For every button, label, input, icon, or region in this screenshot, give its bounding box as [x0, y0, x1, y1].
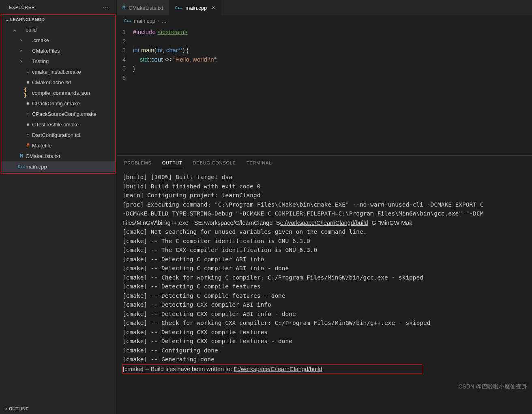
editor-tabs: MCMakeLists.txtC++main.cpp× [117, 0, 532, 15]
line-number: 4 [117, 55, 133, 64]
chevron-icon: › [18, 48, 24, 53]
tree-item[interactable]: { }compile_commands.json [1, 87, 115, 98]
editor-blank[interactable] [117, 82, 532, 155]
tree-item[interactable]: ≡cmake_install.cmake [1, 66, 115, 77]
line-number: 3 [117, 46, 133, 55]
tree-label: CTestTestfile.cmake [32, 122, 79, 128]
file-icon: C++ [17, 164, 26, 169]
code-editor[interactable]: 1#include <iostream> 2 3int main(int, ch… [117, 26, 532, 82]
tree-item[interactable]: MCMakeLists.txt [1, 151, 115, 161]
file-icon: ≡ [24, 111, 32, 117]
panel-tabs: PROBLEMSOUTPUTDEBUG CONSOLETERMINAL [117, 156, 532, 170]
explorer-header: EXPLORER ··· [0, 0, 116, 14]
panel-tab[interactable]: DEBUG CONSOLE [193, 158, 236, 168]
tree-item[interactable]: ≡CTestTestfile.cmake [1, 119, 115, 130]
file-icon: M [17, 153, 26, 159]
chevron-down-icon: ⌄ [4, 17, 10, 22]
tree-label: Makefile [32, 143, 51, 149]
file-icon: ≡ [24, 100, 32, 107]
line-number: 5 [117, 64, 133, 73]
outline-label: OUTLINE [9, 406, 28, 411]
file-icon: M [24, 143, 32, 148]
bottom-panel: PROBLEMSOUTPUTDEBUG CONSOLETERMINAL [bui… [117, 155, 532, 414]
output-area[interactable]: [build] [100%] Built target dsa [build] … [117, 170, 532, 414]
tree-label: CMakeLists.txt [26, 153, 60, 159]
file-icon: ≡ [24, 122, 32, 128]
file-icon: ≡ [24, 69, 32, 75]
outline-section[interactable]: › OUTLINE [0, 403, 116, 414]
file-icon: C++ [175, 6, 182, 10]
breadcrumb[interactable]: C++ main.cpp › ... [117, 15, 532, 26]
tree-item[interactable]: ›CMakeFiles [1, 45, 115, 56]
tree-label: Testing [32, 58, 49, 64]
editor-tab[interactable]: C++main.cpp× [169, 0, 221, 15]
chevron-icon: › [18, 58, 24, 64]
panel-tab[interactable]: TERMINAL [247, 158, 272, 168]
file-icon: ≡ [24, 79, 32, 85]
tree-label: CMakeFiles [32, 48, 60, 54]
tree-label: DartConfiguration.tcl [32, 132, 80, 138]
tree-item[interactable]: MMakefile [1, 140, 115, 151]
tree-label: CPackConfig.cmake [32, 100, 80, 107]
tree-label: compile_commands.json [32, 90, 90, 96]
chevron-right-icon: › [3, 406, 9, 412]
editor-tab[interactable]: MCMakeLists.txt [117, 0, 169, 15]
workspace-root[interactable]: ⌄ LEARNCLANGD [1, 15, 115, 24]
tree-label: .cmake [32, 37, 49, 43]
tree-item[interactable]: C++main.cpp [1, 161, 115, 172]
file-icon: { } [24, 87, 32, 98]
panel-tab[interactable]: OUTPUT [162, 158, 182, 168]
watermark: CSDN @巴啦啦小魔仙变身 [458, 383, 527, 391]
more-icon[interactable]: ··· [103, 5, 109, 10]
cpp-icon: C++ [124, 19, 131, 23]
tree-label: cmake_install.cmake [32, 69, 81, 75]
file-icon: M [122, 5, 125, 11]
editor-group: MCMakeLists.txtC++main.cpp× C++ main.cpp… [117, 0, 532, 414]
tab-label: CMakeLists.txt [129, 5, 163, 11]
tree-item[interactable]: ›.cmake [1, 35, 115, 45]
tree-item[interactable]: ≡DartConfiguration.tcl [1, 130, 115, 140]
tab-label: main.cpp [186, 5, 207, 11]
workspace-name: LEARNCLANGD [10, 17, 45, 22]
chevron-icon: ⌄ [12, 27, 17, 32]
line-number: 1 [117, 28, 133, 37]
breadcrumb-rest: ... [162, 18, 166, 24]
explorer-title: EXPLORER [9, 5, 35, 10]
close-icon[interactable]: × [212, 4, 215, 11]
tree-item[interactable]: ≡CPackSourceConfig.cmake [1, 109, 115, 119]
tree-label: main.cpp [26, 164, 47, 170]
chevron-right-icon: › [158, 18, 159, 24]
line-number: 2 [117, 37, 133, 46]
file-icon: ≡ [24, 132, 32, 138]
tree-item[interactable]: ≡CMakeCache.txt [1, 77, 115, 87]
tree-item[interactable]: ⌄build [1, 24, 115, 35]
breadcrumb-file: main.cpp [134, 18, 155, 24]
tree-label: CMakeCache.txt [32, 79, 71, 85]
line-number: 6 [117, 73, 133, 83]
panel-tab[interactable]: PROBLEMS [124, 158, 152, 168]
tree-label: CPackSourceConfig.cmake [32, 111, 97, 117]
tree-item[interactable]: ≡CPackConfig.cmake [1, 98, 115, 109]
chevron-icon: › [18, 37, 24, 43]
tree-label: build [26, 27, 36, 33]
tree-item[interactable]: ›Testing [1, 56, 115, 66]
explorer-sidebar: EXPLORER ··· ⌄ LEARNCLANGD ⌄build›.cmake… [0, 0, 117, 414]
file-tree: ⌄ LEARNCLANGD ⌄build›.cmake›CMakeFiles›T… [1, 14, 116, 174]
